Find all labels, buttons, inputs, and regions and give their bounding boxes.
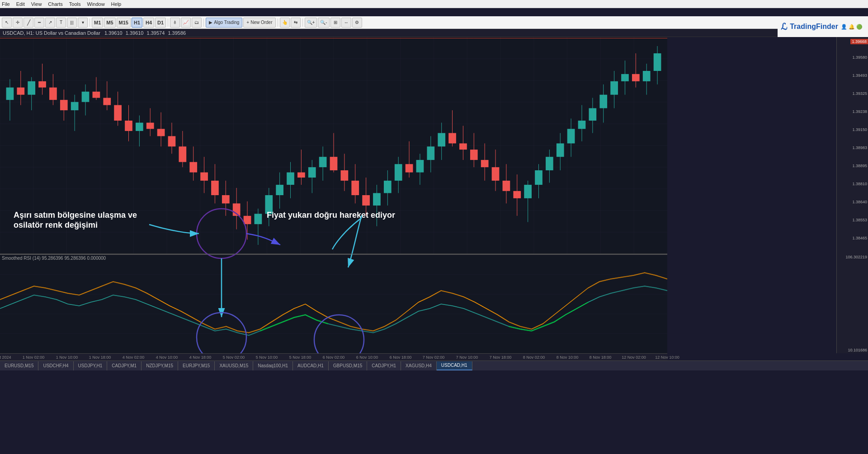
time-label-10: 6 Nov 02:00 [323,355,345,360]
time-label-1: 1 Nov 02:00 [23,355,45,360]
chart-tab-usdchfh4[interactable]: USDCHF,H4 [38,361,73,370]
trailing[interactable]: ⇆ [291,18,301,28]
sep3 [203,19,204,27]
menu-bar: File Edit View Charts Tools Window Help [0,0,868,8]
time-label-19: 12 Nov 02:00 [622,355,646,360]
chart-tab-usdjpyh1[interactable]: USDJPY,H1 [74,361,108,370]
chart-tab-xauusdm15[interactable]: XAUUSD,M15 [215,361,253,370]
new-order-btn[interactable]: + New Order [243,18,275,28]
chart-tab-eurusdm15[interactable]: EURUSD,M15 [0,361,38,370]
time-label-0: 31 Oct 2024 [0,355,11,360]
logo-text: TradingFinder [790,23,838,31]
chart-tab-audcadh1[interactable]: AUDCAD,H1 [293,361,329,370]
time-label-7: 5 Nov 02:00 [223,355,245,360]
price-10: 1.38640 [852,200,867,204]
time-label-5: 4 Nov 10:00 [156,355,178,360]
tf-m5[interactable]: M5 [104,18,115,28]
rsi-axis: 106.302219 10.101686 [836,254,868,353]
tf-m15[interactable]: M15 [117,18,131,28]
price-4: 1.39325 [852,91,867,96]
rsi-val-top: 106.302219 [845,255,867,259]
chart-tab-nasdaq100h1[interactable]: Nasdaq100,H1 [253,361,293,370]
hline-tool[interactable]: ━ [34,18,44,28]
symbol-open: 1.39610 [104,30,123,36]
chart-tab-cadjpym1[interactable]: CADJPY,M1 [107,361,142,370]
one-click[interactable]: 👆 [280,18,290,28]
menu-item-file[interactable]: File [2,1,10,7]
symbol-low: 1.39574 [147,30,165,36]
symbol-high: 1.39610 [126,30,144,36]
current-price-line [0,38,667,38]
time-label-13: 7 Nov 02:00 [423,355,445,360]
menu-item-edit[interactable]: Edit [16,1,25,7]
chart-tab-eurjpym15[interactable]: EURJPY,M15 [178,361,215,370]
chart-tab-nzdjpym15[interactable]: NZDJPY,M15 [142,361,178,370]
time-label-20: 12 Nov 10:00 [655,355,679,360]
price-chart[interactable] [0,37,667,254]
price-5: 1.39238 [852,109,867,114]
chart-tab-xagusdh4[interactable]: XAGUSD,H4 [401,361,437,370]
grid[interactable]: ⊞ [330,18,340,28]
time-label-16: 8 Nov 02:00 [523,355,545,360]
auto-scroll[interactable]: ↔ [341,18,351,28]
rsi-canvas[interactable] [0,255,667,353]
sep1 [90,19,90,27]
symbol-desc: US Dollar vs Canadian Dollar [36,30,100,36]
chart-tab-usdcadh1[interactable]: USDCAD,H1 [437,361,472,370]
line-tool[interactable]: ╱ [24,18,33,28]
rsi-val-bottom: 10.101686 [848,348,867,352]
symbol-close: 1.39586 [168,30,186,36]
time-label-2: 1 Nov 10:00 [56,355,78,360]
tf-h1[interactable]: H1 [132,18,142,28]
zoom-out[interactable]: 🔍- [318,18,329,28]
candlestick-canvas[interactable] [0,37,667,254]
sep2 [168,19,168,27]
chart-settings[interactable]: ⚙ [352,18,362,28]
logo-area: ℒ TradingFinder 👤 🔔 🟢 [778,16,868,37]
templates[interactable]: 🗂 [192,18,202,28]
price-3: 1.39493 [852,73,867,78]
time-label-14: 7 Nov 10:00 [456,355,478,360]
rsi-label: Smoothed RSI (14) 95.286396 95.286396 0.… [2,256,106,261]
text-tool[interactable]: T [56,18,66,28]
tf-m1[interactable]: M1 [92,18,103,28]
zoom-in[interactable]: 🔍+ [305,18,317,28]
toolbar: ↖ ✛ ╱ ━ ↗ T ||| ▾ M1 M5 M15 H1 H4 D1 🕯 📈… [0,16,868,29]
sep4 [278,19,278,27]
price-11: 1.38553 [852,218,867,222]
fib-tool[interactable]: ||| [67,18,77,28]
menu-item-charts[interactable]: Charts [48,1,62,7]
trend-tool[interactable]: ↗ [45,18,55,28]
more-tools[interactable]: ▾ [78,18,88,28]
tf-d1[interactable]: D1 [155,18,166,28]
time-label-18: 8 Nov 18:00 [590,355,612,360]
price-2: 1.39580 [852,55,867,60]
symbol-name: USDCAD [3,30,24,36]
tf-h4[interactable]: H4 [143,18,154,28]
crosshair-tool[interactable]: ✛ [13,18,23,28]
time-label-9: 5 Nov 18:00 [289,355,311,360]
sep5 [302,19,303,27]
menu-item-window[interactable]: Window [87,1,104,7]
cursor-tool[interactable]: ↖ [2,18,12,28]
menu-item-tools[interactable]: Tools [69,1,81,7]
indicators[interactable]: 📈 [181,18,191,28]
logo-username: 👤 🔔 🟢 [841,24,863,30]
time-axis: 31 Oct 20241 Nov 02:001 Nov 10:001 Nov 1… [0,353,667,360]
bottom-tabs: EURUSD,M15USDCHF,H4USDJPY,H1CADJPY,M1NZD… [0,360,868,370]
time-label-15: 7 Nov 18:00 [490,355,512,360]
chart-type[interactable]: 🕯 [170,18,180,28]
algo-trading-btn[interactable]: ▶ Algo Trading [206,18,242,28]
price-12: 1.38465 [852,236,867,240]
time-label-6: 4 Nov 18:00 [189,355,212,360]
symbol-tf: H1 [27,30,33,36]
time-label-17: 8 Nov 10:00 [557,355,579,360]
chart-tab-gbpusdm15[interactable]: GBPUSD,M15 [329,361,367,370]
rsi-panel[interactable]: Smoothed RSI (14) 95.286396 95.286396 0.… [0,254,667,353]
menu-item-help[interactable]: Help [111,1,122,7]
chart-tab-cadjpyh1[interactable]: CADJPY,H1 [367,361,401,370]
time-label-4: 4 Nov 02:00 [123,355,145,360]
menu-item-view[interactable]: View [31,1,42,7]
price-6: 1.39150 [852,127,867,132]
current-price-badge: 1.39668 [850,39,868,44]
